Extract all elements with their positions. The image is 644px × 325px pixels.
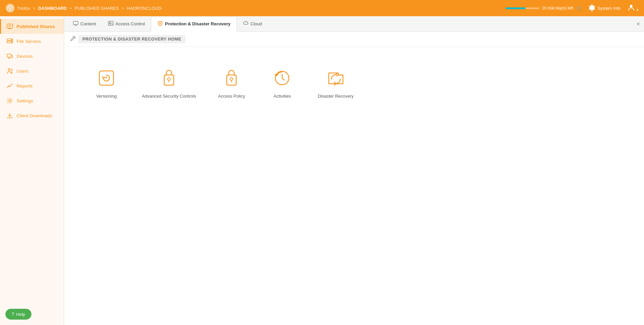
tab-protection-label: Protection & Disaster Recovery	[165, 21, 230, 26]
sub-header-label[interactable]: PROTECTION & DISASTER RECOVERY HOME	[78, 35, 185, 43]
breadcrumb-published-shares[interactable]: PUBLISHED SHARES	[75, 6, 119, 11]
access-policy-icon	[221, 67, 242, 89]
svg-point-6	[11, 40, 12, 40]
reports-icon	[6, 82, 13, 89]
header-right: 16 trial day(s) left. 🛒 System Info ▾	[505, 4, 639, 13]
svg-point-19	[230, 78, 233, 80]
breadcrumb-hadroncloud[interactable]: HADRONCLOUD-	[127, 6, 163, 11]
sidebar-label-reports: Reports	[17, 83, 32, 89]
trial-progress-bar	[505, 7, 539, 9]
sidebar-label-published-shares: Published Shares	[17, 24, 55, 29]
trial-bar-fill	[505, 7, 526, 9]
header-breadcrumb: Triofox > DASHBOARD > PUBLISHED SHARES >…	[5, 3, 163, 13]
brand-name: Triofox	[17, 6, 30, 11]
tab-protection[interactable]: Protection & Disaster Recovery	[151, 16, 237, 32]
file-servers-icon	[6, 38, 13, 45]
help-label: Help	[16, 312, 25, 317]
tab-content-label: Content	[80, 21, 96, 26]
help-button[interactable]: ? Help	[5, 309, 31, 320]
client-downloads-icon	[6, 112, 13, 119]
cart-icon[interactable]: 🛒	[577, 6, 582, 10]
activities-icon	[271, 67, 293, 89]
sidebar-item-reports[interactable]: Reports	[0, 78, 64, 93]
card-disaster-recovery[interactable]: Disaster Recovery	[318, 67, 353, 99]
users-icon	[6, 68, 13, 74]
image-icon	[108, 21, 114, 27]
tabs-bar: Content Access Control	[64, 16, 644, 32]
cloud-icon	[243, 21, 248, 27]
user-menu-button[interactable]: ▾	[627, 4, 639, 13]
sidebar-item-client-downloads[interactable]: Client Downloads	[0, 108, 64, 123]
versioning-icon	[96, 67, 117, 89]
tab-content[interactable]: Content	[67, 17, 102, 32]
system-info-label: System Info	[597, 6, 621, 11]
monitor-icon	[73, 21, 78, 27]
tab-close-button[interactable]: ×	[636, 21, 640, 27]
app-logo	[5, 3, 15, 13]
settings-icon	[6, 97, 13, 104]
tab-access-control-label: Access Control	[116, 21, 145, 26]
sidebar-label-file-servers: File Servers	[17, 39, 41, 44]
tab-cloud-label: Cloud	[250, 21, 262, 26]
svg-rect-11	[73, 21, 78, 25]
wrench-icon	[70, 35, 76, 43]
breadcrumb-dashboard[interactable]: DASHBOARD	[38, 6, 67, 11]
advanced-security-label: Advanced Security Controls	[142, 94, 196, 99]
shield-icon	[157, 21, 163, 27]
advanced-security-icon	[158, 67, 180, 89]
sidebar-label-settings: Settings	[17, 98, 33, 103]
sidebar-label-devices: Devices	[17, 54, 33, 59]
card-versioning[interactable]: Versioning	[91, 67, 122, 99]
sidebar-item-file-servers[interactable]: File Servers	[0, 34, 64, 49]
disaster-recovery-label: Disaster Recovery	[318, 94, 353, 99]
app-header: Triofox > DASHBOARD > PUBLISHED SHARES >…	[0, 0, 644, 16]
main-layout: Published Shares File Servers	[0, 16, 644, 325]
sidebar-bottom: ? Help	[0, 303, 64, 325]
svg-rect-12	[108, 21, 113, 25]
tab-access-control[interactable]: Access Control	[102, 17, 151, 32]
sidebar-item-devices[interactable]: Devices	[0, 49, 64, 64]
versioning-label: Versioning	[96, 94, 117, 99]
gear-icon	[589, 4, 595, 12]
disaster-recovery-icon	[325, 67, 347, 89]
system-info-button[interactable]: System Info	[589, 4, 621, 12]
sidebar-item-settings[interactable]: Settings	[0, 93, 64, 108]
devices-icon	[6, 53, 13, 59]
access-policy-label: Access Policy	[218, 94, 245, 99]
svg-point-10	[9, 100, 11, 102]
sidebar-label-client-downloads: Client Downloads	[17, 113, 52, 118]
card-access-policy[interactable]: Access Policy	[216, 67, 247, 99]
user-dropdown-arrow: ▾	[637, 8, 639, 12]
activities-label: Activities	[274, 94, 291, 99]
trial-info: 16 trial day(s) left. 🛒	[505, 6, 582, 10]
svg-point-9	[8, 69, 10, 71]
card-activities[interactable]: Activities	[267, 67, 297, 99]
trial-text: 16 trial day(s) left.	[542, 6, 574, 10]
card-advanced-security[interactable]: Advanced Security Controls	[142, 67, 196, 99]
tab-cloud[interactable]: Cloud	[237, 17, 268, 32]
svg-rect-3	[7, 24, 13, 28]
svg-point-0	[7, 5, 14, 11]
svg-point-13	[109, 22, 110, 23]
published-shares-icon	[6, 23, 13, 30]
sub-header: PROTECTION & DISASTER RECOVERY HOME	[64, 32, 644, 47]
sidebar: Published Shares File Servers	[0, 16, 64, 325]
sidebar-label-users: Users	[17, 69, 28, 74]
svg-point-1	[9, 8, 11, 10]
sidebar-item-users[interactable]: Users	[0, 64, 64, 78]
svg-point-16	[168, 78, 170, 80]
help-circle-icon: ?	[11, 311, 14, 317]
svg-point-7	[11, 42, 12, 43]
sidebar-item-published-shares[interactable]: Published Shares	[0, 19, 64, 34]
svg-rect-8	[7, 54, 11, 57]
content-area: Content Access Control	[64, 16, 644, 325]
icons-grid: Versioning Advanced Security Controls	[64, 47, 644, 325]
svg-point-2	[630, 5, 633, 7]
